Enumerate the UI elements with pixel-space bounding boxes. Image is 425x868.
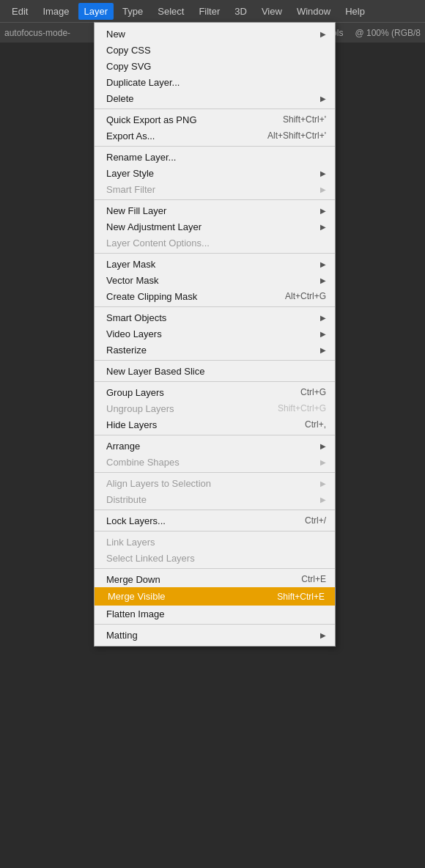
menu-item-smart-objects[interactable]: Smart Objects ▶	[95, 309, 335, 326]
menu-item-new-layer-based-slice[interactable]: New Layer Based Slice	[95, 363, 335, 379]
arrow-icon: ▶	[320, 95, 326, 103]
menu-item-merge-down[interactable]: Merge Down Ctrl+E	[95, 571, 335, 587]
menu-item-combine-shapes[interactable]: Combine Shapes ▶	[95, 454, 335, 470]
menubar-help[interactable]: Help	[339, 3, 371, 20]
menu-item-rename-layer[interactable]: Rename Layer...	[95, 149, 335, 165]
arrow-icon: ▶	[320, 631, 326, 639]
menu-item-delete[interactable]: Delete ▶	[95, 90, 335, 106]
menu-item-hide-layers[interactable]: Hide Layers Ctrl+,	[95, 416, 335, 433]
separator-3	[95, 199, 335, 200]
menu-item-flatten-image[interactable]: Flatten Image	[95, 606, 335, 622]
arrow-icon: ▶	[320, 479, 326, 488]
arrow-icon: ▶	[320, 30, 326, 38]
arrow-icon: ▶	[320, 496, 326, 504]
menu-item-matting[interactable]: Matting ▶	[95, 627, 335, 643]
menu-item-rasterize[interactable]: Rasterize ▶	[95, 342, 335, 358]
menu-item-arrange[interactable]: Arrange ▶	[95, 438, 335, 454]
menu-item-layer-mask[interactable]: Layer Mask ▶	[95, 256, 335, 272]
toolbar-context-label: autofocus-mode-	[4, 28, 70, 38]
separator-7	[95, 381, 335, 382]
menu-item-new[interactable]: New ▶	[95, 26, 335, 42]
menu-item-duplicate-layer[interactable]: Duplicate Layer...	[95, 74, 335, 90]
menubar: Edit Image Layer Type Select Filter 3D V…	[0, 0, 425, 22]
arrow-icon: ▶	[320, 330, 326, 338]
separator-10	[95, 510, 335, 510]
menu-item-copy-svg[interactable]: Copy SVG	[95, 58, 335, 74]
separator-13	[95, 624, 335, 625]
menu-item-new-fill-layer[interactable]: New Fill Layer ▶	[95, 202, 335, 218]
menu-item-vector-mask[interactable]: Vector Mask ▶	[95, 272, 335, 288]
separator-9	[95, 472, 335, 473]
layer-dropdown-menu: New ▶ Copy CSS Copy SVG Duplicate Layer.…	[94, 22, 336, 647]
arrow-icon: ▶	[320, 207, 326, 215]
separator-6	[95, 360, 335, 361]
separator-4	[95, 253, 335, 254]
separator-8	[95, 435, 335, 435]
toolbar-info-label: @ 100% (RGB/8	[355, 28, 421, 38]
separator-2	[95, 146, 335, 147]
arrow-icon: ▶	[320, 346, 326, 354]
separator-1	[95, 108, 335, 109]
arrow-icon: ▶	[320, 458, 326, 466]
menu-item-ungroup-layers[interactable]: Ungroup Layers Shift+Ctrl+G	[95, 400, 335, 416]
separator-5	[95, 306, 335, 307]
menu-item-quick-export[interactable]: Quick Export as PNG Shift+Ctrl+'	[95, 111, 335, 128]
menubar-type[interactable]: Type	[117, 3, 149, 20]
menu-item-lock-layers[interactable]: Lock Layers... Ctrl+/	[95, 512, 335, 529]
menu-item-layer-style[interactable]: Layer Style ▶	[95, 165, 335, 181]
arrow-icon: ▶	[320, 185, 326, 194]
menubar-image[interactable]: Image	[37, 3, 75, 20]
separator-12	[95, 568, 335, 569]
arrow-icon: ▶	[320, 169, 326, 177]
menu-item-create-clipping-mask[interactable]: Create Clipping Mask Alt+Ctrl+G	[95, 288, 335, 304]
dropdown-menu-container: New ▶ Copy CSS Copy SVG Duplicate Layer.…	[94, 22, 336, 647]
menu-item-link-layers[interactable]: Link Layers	[95, 534, 335, 550]
menu-item-new-adjustment-layer[interactable]: New Adjustment Layer ▶	[95, 218, 335, 235]
menu-item-merge-visible[interactable]: Merge Visible Shift+Ctrl+E	[95, 587, 335, 606]
menu-item-align-layers[interactable]: Align Layers to Selection ▶	[95, 475, 335, 491]
arrow-icon: ▶	[320, 223, 326, 231]
arrow-icon: ▶	[320, 276, 326, 284]
menubar-window[interactable]: Window	[291, 3, 336, 20]
menubar-3d[interactable]: 3D	[229, 3, 253, 20]
menubar-edit[interactable]: Edit	[6, 3, 34, 20]
menu-item-export-as[interactable]: Export As... Alt+Shift+Ctrl+'	[95, 128, 335, 144]
menubar-layer[interactable]: Layer	[78, 3, 114, 20]
menu-item-select-linked-layers[interactable]: Select Linked Layers	[95, 550, 335, 566]
menubar-filter[interactable]: Filter	[193, 3, 226, 20]
separator-11	[95, 531, 335, 532]
arrow-icon: ▶	[320, 314, 326, 322]
menu-item-distribute[interactable]: Distribute ▶	[95, 491, 335, 507]
arrow-icon: ▶	[320, 442, 326, 450]
menubar-view[interactable]: View	[256, 3, 288, 20]
menu-item-group-layers[interactable]: Group Layers Ctrl+G	[95, 384, 335, 400]
menu-item-layer-content-options[interactable]: Layer Content Options...	[95, 235, 335, 251]
menubar-select[interactable]: Select	[152, 3, 190, 20]
menu-item-smart-filter[interactable]: Smart Filter ▶	[95, 181, 335, 197]
arrow-icon: ▶	[320, 260, 326, 268]
menu-item-video-layers[interactable]: Video Layers ▶	[95, 326, 335, 342]
menu-item-copy-css[interactable]: Copy CSS	[95, 42, 335, 58]
